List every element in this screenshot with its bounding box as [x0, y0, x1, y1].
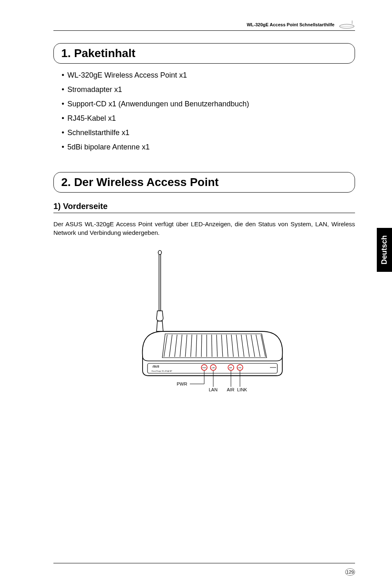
footer-divider	[53, 563, 355, 563]
svg-text:PWR: PWR	[202, 367, 206, 369]
section-1-title: 1. Paketinhalt	[61, 47, 347, 60]
list-item: Stromadapter x1	[62, 85, 355, 94]
svg-text:AIR: AIR	[229, 367, 232, 369]
diagram-label-air: AIR	[227, 387, 234, 392]
section-2-title: 2. Der Wireless Access Point	[61, 176, 347, 189]
diagram-label-lan: LAN	[209, 387, 217, 392]
header-title: WL-320gE Access Point Schnellstarthilfe	[247, 22, 334, 27]
svg-text:Broad Range WL-320gE AP: Broad Range WL-320gE AP	[152, 370, 172, 372]
list-item: 5dBi bipolare Antenne x1	[62, 143, 355, 152]
language-tab: Deutsch	[377, 228, 392, 272]
package-contents-list: WL-320gE Wireless Access Point x1 Stroma…	[53, 71, 355, 152]
list-item: RJ45-Kabel x1	[62, 114, 355, 123]
svg-text:LINK: LINK	[238, 367, 242, 369]
section-2-box: 2. Der Wireless Access Point	[53, 172, 355, 193]
router-icon	[339, 21, 355, 29]
diagram-label-link: LINK	[237, 387, 247, 392]
section-1-box: 1. Paketinhalt	[53, 43, 355, 64]
svg-text:LAN: LAN	[212, 367, 215, 369]
subsection-1-title: 1) Vorderseite	[53, 202, 355, 213]
body-paragraph: Der ASUS WL-320gE Access Point verfügt ü…	[53, 220, 355, 237]
page-number: 129	[345, 568, 355, 576]
svg-point-3	[158, 250, 161, 255]
diagram-label-pwr: PWR	[177, 381, 187, 386]
svg-text:/SUS: /SUS	[152, 365, 159, 368]
list-item: WL-320gE Wireless Access Point x1	[62, 71, 355, 80]
list-item: Schnellstarthilfe x1	[62, 129, 355, 137]
page-header: WL-320gE Access Point Schnellstarthilfe	[53, 21, 355, 31]
list-item: Support-CD x1 (Anwendungen und Benutzerh…	[62, 100, 355, 108]
device-diagram: /SUS Broad Range WL-320gE AP PWR LAN AIR…	[53, 249, 355, 405]
